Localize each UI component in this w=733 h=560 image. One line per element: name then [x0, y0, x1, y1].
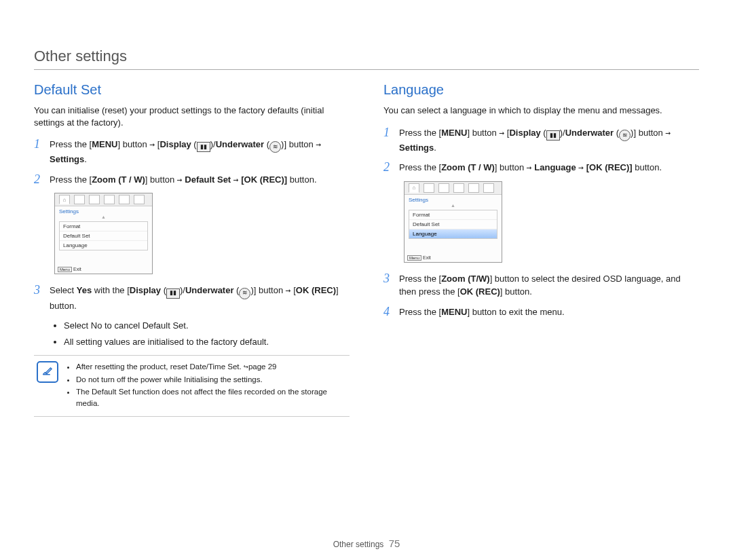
default-set-intro: You can initialise (reset) your product …	[34, 105, 350, 128]
underwater-icon: ≋	[619, 130, 631, 141]
screen-list-item: Format	[409, 210, 497, 220]
screen-settings-label: Settings	[55, 206, 152, 214]
underwater-icon: ≋	[239, 288, 250, 299]
step-number: 1	[34, 138, 40, 150]
screen-tab-icon: ⌂	[409, 183, 419, 193]
settings-screenshot-right: ⌂ Settings ▲ FormatDefault SetLanguage M…	[404, 181, 502, 263]
step-number: 3	[383, 272, 390, 284]
page-title: Other settings	[34, 48, 699, 65]
screen-settings-label: Settings	[405, 195, 502, 203]
screen-list-item: Language	[409, 229, 497, 238]
step-number: 2	[34, 173, 40, 185]
screen-tab-icon	[134, 195, 145, 204]
display-icon: ▮▮	[197, 142, 210, 152]
screen-list-item: Format	[60, 222, 147, 231]
screen-menu-pill: Menu	[58, 267, 72, 272]
step-number: 3	[34, 284, 40, 296]
display-icon: ▮▮	[166, 288, 180, 299]
col-default-set: Default Set You can initialise (reset) y…	[34, 82, 350, 417]
note-item: Do not turn off the power while Initiali…	[76, 374, 347, 386]
bullet-item: Select No to cancel Default Set.	[64, 319, 350, 333]
screen-tab-icon	[89, 195, 100, 204]
screen-list-item: Language	[60, 241, 147, 250]
note-icon	[37, 361, 58, 383]
screen-exit-label: Exit	[423, 255, 431, 260]
title-rule	[34, 69, 699, 70]
section-title-default-set: Default Set	[34, 82, 350, 98]
note-box: After resetting the product, reset Date/…	[34, 355, 350, 417]
note-item: The Default Set function does not affect…	[76, 386, 347, 409]
screen-tab-icon	[119, 195, 130, 204]
step-3-left: Select Yes with the [Display (▮▮)/Underw…	[50, 284, 350, 312]
bullet-item: All setting values are initialised to th…	[64, 335, 350, 349]
screen-tab-icon	[438, 183, 449, 193]
underwater-icon: ≋	[269, 141, 281, 153]
step-3-right: Press the [Zoom (T/W)] button to select …	[399, 272, 699, 299]
note-item: After resetting the product, reset Date/…	[76, 361, 347, 373]
screen-tab-icon	[74, 195, 85, 204]
step-1-left: Press the [MENU] button → [Display (▮▮)/…	[50, 138, 350, 166]
settings-screenshot-left: ⌂ Settings ▲ FormatDefault SetLanguage M…	[54, 193, 153, 274]
screen-list-item: Default Set	[409, 220, 497, 229]
screen-menu-pill: Menu	[407, 255, 421, 261]
screen-tab-icon	[483, 183, 494, 193]
section-title-language: Language	[383, 82, 699, 98]
screen-tab-icon	[453, 183, 464, 193]
step-number: 1	[383, 126, 390, 138]
step-2-right: Press the [Zoom (T / W)] button → Langua…	[399, 161, 662, 174]
col-language: Language You can select a language in wh…	[383, 82, 699, 417]
step-2-left: Press the [Zoom (T / W)] button → Defaul…	[50, 173, 317, 187]
screen-tab-icon: ⌂	[59, 195, 70, 204]
screen-tab-icon	[468, 183, 479, 193]
step-4-right: Press the [MENU] button to exit the menu…	[399, 305, 565, 319]
screen-tab-icon	[424, 183, 434, 193]
step-number: 4	[383, 305, 390, 318]
display-icon: ▮▮	[546, 130, 560, 141]
screen-tab-icon	[104, 195, 115, 204]
step-number: 2	[383, 161, 390, 173]
page-footer: Other settings 75	[0, 538, 733, 549]
screen-list-item: Default Set	[60, 231, 147, 241]
step-1-right: Press the [MENU] button → [Display (▮▮)/…	[399, 126, 699, 155]
screen-exit-label: Exit	[73, 267, 81, 272]
language-intro: You can select a language in which to di…	[383, 105, 699, 117]
